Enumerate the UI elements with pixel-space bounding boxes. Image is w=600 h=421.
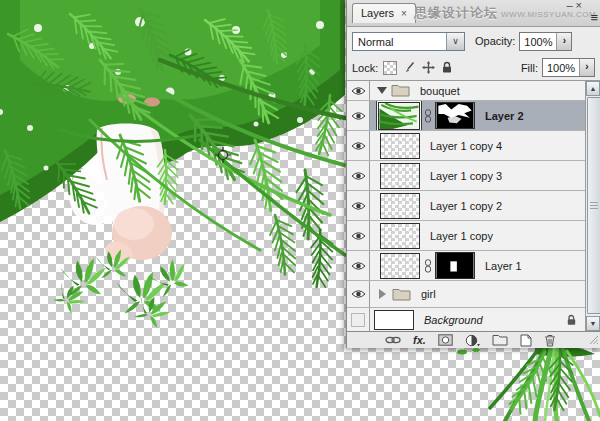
layer-thumbnail[interactable] <box>380 163 420 189</box>
fill-field[interactable]: 100% › <box>542 58 595 77</box>
layer-thumbnail[interactable] <box>380 193 420 219</box>
opacity-label: Opacity: <box>475 35 515 47</box>
opacity-value[interactable]: 100% <box>520 33 556 50</box>
scrollbar-grip <box>590 202 598 210</box>
eye-icon <box>351 141 366 151</box>
layer-list: bouquet <box>347 81 600 331</box>
mask-link-icon[interactable] <box>424 259 432 273</box>
layer-name: girl <box>421 288 436 300</box>
scroll-down-icon[interactable]: ▼ <box>586 316 600 331</box>
layer-thumbnail[interactable] <box>380 223 420 249</box>
visibility-toggle[interactable] <box>347 81 370 100</box>
layer-row-girl[interactable]: girl <box>347 281 585 308</box>
eye-empty-box <box>351 313 365 327</box>
opacity-arrow-icon[interactable]: › <box>556 33 571 50</box>
collapse-triangle-icon[interactable] <box>377 87 387 94</box>
visibility-toggle[interactable] <box>347 161 370 190</box>
lock-options-row: Lock: Fill: 100% › <box>347 55 600 81</box>
eye-icon <box>351 201 366 211</box>
visibility-toggle[interactable] <box>347 308 370 331</box>
scrollbar-thumb[interactable] <box>587 97 600 314</box>
layer-row-copy4[interactable]: Layer 1 copy 4 <box>347 131 585 161</box>
eye-icon <box>351 111 366 121</box>
tab-layers-label: Layers <box>361 7 394 19</box>
visibility-toggle[interactable] <box>347 191 370 220</box>
lock-position-icon[interactable] <box>422 61 435 74</box>
layer-thumbnail[interactable] <box>380 253 420 279</box>
locked-icon <box>566 314 577 326</box>
expand-triangle-icon[interactable] <box>379 289 386 299</box>
panel-menu-icon[interactable]: ≡ <box>590 11 598 24</box>
eye-icon <box>351 171 366 181</box>
panel-resize-grip[interactable] <box>589 335 599 347</box>
layer-name: Layer 1 copy <box>430 230 493 242</box>
photoshop-workspace: Layers× 思缘设计论坛 WWW.MISSYUAN.COM –× ≡ Nor… <box>0 0 600 421</box>
opacity-field[interactable]: 100% › <box>519 32 572 51</box>
layer-row-copy[interactable]: Layer 1 copy <box>347 221 585 251</box>
layer-row-layer2[interactable]: Layer 2 <box>347 101 585 131</box>
layer-row-copy3[interactable]: Layer 1 copy 3 <box>347 161 585 191</box>
visibility-toggle[interactable] <box>347 131 370 160</box>
lock-pixels-brush-icon[interactable] <box>403 61 416 74</box>
blend-options-row: Normal ∨ Opacity: 100% › <box>347 27 600 55</box>
scroll-up-icon[interactable]: ▲ <box>586 81 600 96</box>
eye-icon <box>351 86 366 96</box>
layer-name: Layer 1 copy 2 <box>430 200 502 212</box>
fill-value[interactable]: 100% <box>543 59 579 76</box>
lock-all-icon[interactable] <box>441 61 453 74</box>
eye-icon <box>351 289 366 299</box>
visibility-toggle[interactable] <box>347 221 370 250</box>
folder-icon <box>391 84 410 97</box>
visibility-toggle[interactable] <box>347 281 370 307</box>
layers-panel: Layers× 思缘设计论坛 WWW.MISSYUAN.COM –× ≡ Nor… <box>346 0 600 348</box>
watermark-url-text: WWW.MISSYUAN.COM <box>501 10 596 19</box>
folder-icon <box>392 288 411 301</box>
chevron-down-icon[interactable]: ∨ <box>446 33 464 50</box>
layer-name: Background <box>424 314 483 326</box>
layer-thumbnail[interactable] <box>380 133 420 159</box>
layer-row-bouquet[interactable]: bouquet <box>347 81 585 101</box>
new-group-icon[interactable] <box>492 334 508 346</box>
lock-label: Lock: <box>352 62 378 74</box>
tab-close-icon[interactable]: × <box>401 8 407 19</box>
layer-thumbnail[interactable] <box>374 310 414 330</box>
close-icon[interactable]: × <box>576 0 585 11</box>
panel-header: Layers× 思缘设计论坛 WWW.MISSYUAN.COM –× ≡ <box>347 0 600 27</box>
layer-style-icon[interactable]: fx. <box>413 335 426 345</box>
layer-name: Layer 1 copy 3 <box>430 170 502 182</box>
link-layers-icon[interactable] <box>385 335 401 345</box>
layer-row-background[interactable]: Background <box>347 308 585 331</box>
panel-toolbar: fx. <box>347 331 600 348</box>
delete-layer-trash-icon[interactable] <box>544 334 556 347</box>
add-mask-icon[interactable] <box>438 334 453 346</box>
fill-label: Fill: <box>521 62 538 74</box>
layer-name: Layer 1 <box>485 260 522 272</box>
mask-link-icon[interactable] <box>424 109 432 123</box>
layer-mask-thumbnail[interactable] <box>435 102 475 129</box>
layer-thumbnail[interactable] <box>378 102 420 130</box>
layer-name: Layer 2 <box>485 110 524 122</box>
layer-list-scrollbar[interactable]: ▲ ▼ <box>585 81 600 331</box>
visibility-toggle[interactable] <box>347 101 370 130</box>
new-layer-icon[interactable] <box>520 334 532 347</box>
watermark-cn-text: 思缘设计论坛 <box>414 5 498 20</box>
layer-name: bouquet <box>420 85 460 97</box>
layer-mask-thumbnail[interactable] <box>435 252 475 279</box>
layer-name: Layer 1 copy 4 <box>430 140 502 152</box>
blend-mode-value: Normal <box>353 33 446 50</box>
fill-arrow-icon[interactable]: › <box>579 59 594 76</box>
visibility-toggle[interactable] <box>347 251 370 280</box>
tab-layers[interactable]: Layers× <box>352 3 416 23</box>
eye-icon <box>351 231 366 241</box>
adjustment-layer-icon[interactable] <box>465 334 480 347</box>
layer-row-layer1[interactable]: Layer 1 <box>347 251 585 281</box>
minimize-icon[interactable]: – <box>566 0 575 11</box>
lock-transparency-icon[interactable] <box>383 61 397 75</box>
eye-icon <box>351 261 366 271</box>
layer-row-copy2[interactable]: Layer 1 copy 2 <box>347 191 585 221</box>
blend-mode-select[interactable]: Normal ∨ <box>352 32 465 51</box>
